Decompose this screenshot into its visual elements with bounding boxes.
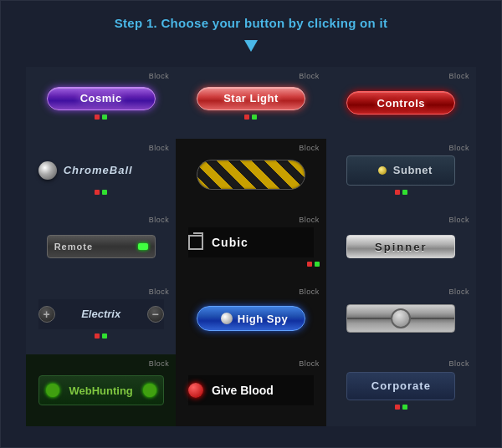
dot-red <box>95 333 100 339</box>
giveblood-button[interactable]: Give Blood <box>188 375 314 405</box>
dot-green <box>402 405 407 410</box>
dot-red <box>307 262 312 267</box>
color-dots-electrix <box>95 333 107 339</box>
corporate-button[interactable]: Corporate <box>346 372 455 400</box>
block-label-hazard: Block <box>299 144 320 152</box>
blood-orb-icon <box>188 383 203 398</box>
block-label-giveblood: Block <box>299 359 320 368</box>
cell-chromeball: Block ChromeBall <box>26 139 176 211</box>
cubic-icon <box>188 235 203 250</box>
dot-green <box>252 115 257 120</box>
dot-green <box>102 333 107 339</box>
block-label-chromeball: Block <box>149 144 170 152</box>
cell-electrix: Block + Electrix − <box>26 283 176 354</box>
cell-remote: Block Remote <box>26 211 176 283</box>
dot-red <box>395 190 400 195</box>
block-label-subnet: Block <box>448 144 469 152</box>
dot-green <box>402 190 407 195</box>
color-dots-cubic <box>307 262 320 267</box>
chrome-ball-icon <box>38 161 57 180</box>
header: Step 1. Choose your button by clicking o… <box>1 1 501 59</box>
block-label-bolt: Block <box>448 288 469 296</box>
cell-hazard: Block <box>176 139 325 211</box>
cell-corporate: Block Corporate <box>326 354 476 426</box>
block-label-webhunting: Block <box>149 359 170 368</box>
block-label-cubic: Block <box>299 216 320 224</box>
cell-bolt: Block <box>326 283 476 354</box>
color-dots-chromeball <box>95 190 107 195</box>
cell-controls: Block Controls <box>326 67 476 139</box>
webhunting-right-icon <box>143 384 156 397</box>
dot-red <box>95 115 100 120</box>
block-label-spinner: Block <box>448 216 469 224</box>
cosmic-button[interactable]: Cosmic <box>47 87 156 110</box>
cell-subnet: Block Subnet <box>326 139 476 211</box>
hazard-button[interactable] <box>197 160 305 190</box>
dot-red <box>395 405 400 410</box>
arrow-icon <box>1 37 501 59</box>
dot-red <box>244 115 249 120</box>
block-label-remote: Block <box>149 216 170 224</box>
block-label-electrix: Block <box>149 288 170 296</box>
button-grid: Block Cosmic Block Star Light Block Cont… <box>1 67 501 426</box>
dot-green <box>102 115 107 120</box>
block-label-corporate: Block <box>448 359 469 368</box>
subnet-dot-icon <box>378 166 387 175</box>
dot-red <box>95 190 100 195</box>
electrix-button[interactable]: + Electrix − <box>38 299 164 329</box>
cell-cubic: Block Cubic <box>176 211 325 283</box>
block-label-controls: Block <box>448 72 469 80</box>
webhunting-button[interactable]: WebHunting <box>38 375 164 405</box>
controls-button[interactable]: Controls <box>346 91 455 115</box>
bolt-button[interactable] <box>346 304 455 333</box>
color-dots-subnet <box>395 190 407 195</box>
svg-marker-0 <box>244 40 258 52</box>
block-label-cosmic: Block <box>149 72 170 80</box>
cubic-button[interactable]: Cubic <box>188 227 314 257</box>
cell-cosmic: Block Cosmic <box>26 67 176 139</box>
electrix-minus-icon[interactable]: − <box>147 306 164 323</box>
chromeball-button[interactable]: ChromeBall <box>38 155 164 186</box>
color-dots-starlight <box>244 115 257 120</box>
cell-webhunting: Block WebHunting <box>26 354 176 426</box>
cell-starlight: Block Star Light <box>176 67 325 139</box>
page-title: Step 1. Choose your button by clicking o… <box>1 1 501 37</box>
subnet-button[interactable]: Subnet <box>346 155 455 186</box>
dot-green <box>102 190 107 195</box>
starlight-button[interactable]: Star Light <box>197 87 305 110</box>
electrix-plus-icon[interactable]: + <box>38 306 55 323</box>
highspy-button[interactable]: High Spy <box>197 306 305 331</box>
block-label-starlight: Block <box>299 72 320 80</box>
cell-giveblood: Block Give Blood <box>176 354 325 426</box>
remote-led-icon <box>138 243 148 250</box>
cell-spinner: Block Spinner <box>326 211 476 283</box>
cell-highspy: Block High Spy <box>176 283 325 354</box>
highspy-ball-icon <box>221 313 233 324</box>
spinner-button[interactable]: Spinner <box>346 235 455 258</box>
webhunting-left-icon <box>46 384 59 397</box>
color-dots-cosmic <box>95 115 107 120</box>
remote-button[interactable]: Remote <box>47 235 156 258</box>
bolt-center-icon <box>391 308 411 328</box>
block-label-highspy: Block <box>299 288 320 296</box>
color-dots-corporate <box>395 405 407 410</box>
dot-green <box>315 262 320 267</box>
